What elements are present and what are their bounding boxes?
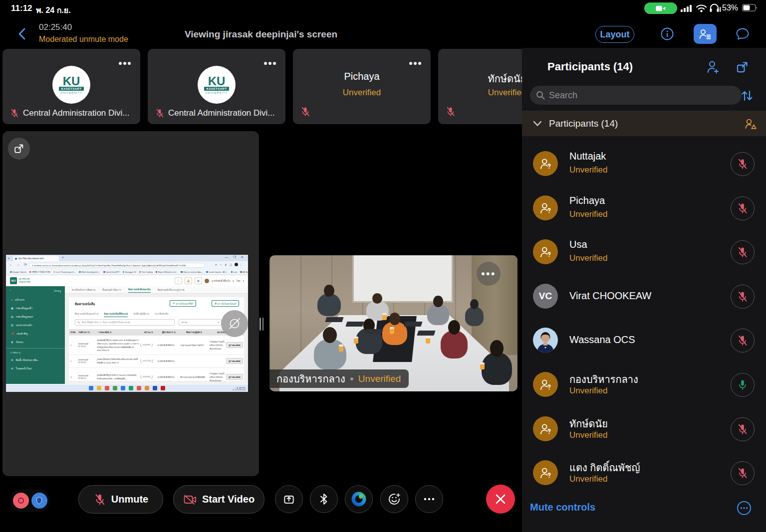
saraban-sidebar[interactable]: ‹ย่อเมนู⌂หน้าแรก▣กล่องข้อมูลเข้า▤กล่องข้… [6, 286, 65, 384]
bookmark-item[interactable]: Google Gemini [10, 271, 26, 273]
view-details-button[interactable]: ดูรายละเอียด [226, 342, 243, 348]
inner-tab[interactable]: ติดตามหนังสือ(ผมสร้าง) [75, 312, 98, 317]
taskbar-app-icon[interactable] [121, 386, 125, 390]
grid-mini-button[interactable]: ▦ [195, 277, 202, 284]
user-chip[interactable]: ⛶ 🔔 ▦ นายจิรศักดิ์ ดีปินใจ▾ ไทย▾ [175, 277, 244, 284]
sidebar-item[interactable]: 📌เล่มสำคัญ [6, 329, 65, 338]
browser-tab[interactable]: มหาวิทยาลัยเกษตรศาสตร์ [13, 256, 59, 261]
participants-section-header[interactable]: Participants (14) [522, 111, 766, 136]
taskbar-app-icon[interactable] [153, 386, 157, 390]
participant-mute-button-muted[interactable] [731, 152, 755, 176]
table-search-input[interactable]: 🔍ค้นหาชื่อผู้ดำเนินการ, ข้อความปฏิบัติ ห… [75, 319, 175, 326]
sidebar-item[interactable]: ⚙ติดตั้ง Shortcut เพิ่ม... [6, 355, 65, 364]
chat-icon[interactable] [736, 27, 750, 41]
layout-button[interactable]: Layout [595, 26, 634, 43]
video-thumbnail[interactable]: •••KUKASETSARTUNIVERSITYCentral Administ… [148, 49, 285, 124]
inner-tabs[interactable]: ติดตามหนังสือ(ผมสร้าง)ติดตามหนังสือ(ที่ค… [75, 312, 168, 317]
panel-resize-handle[interactable] [259, 318, 264, 332]
bookmark-item[interactable]: List | Thaiairways (L... [53, 271, 76, 273]
urlbar-icons[interactable]: ✦☆⬇❏⋮ [215, 263, 243, 266]
bookmark-item[interactable]: Web Development... [79, 271, 100, 273]
content-top-tab[interactable]: ทะเบียนรับ/การติดตาม [72, 288, 95, 292]
security-button[interactable] [31, 493, 47, 509]
webex-button[interactable] [345, 485, 373, 513]
participant-mute-button-unmuted[interactable] [731, 373, 755, 397]
annotate-button[interactable] [221, 310, 248, 337]
bookmark-item[interactable]: OpenChatGPT [103, 271, 120, 273]
participant-mute-button-muted[interactable] [731, 240, 755, 264]
leave-meeting-button[interactable] [486, 485, 515, 514]
participant-row[interactable]: ทักษ์ดนัยUnverified [522, 407, 766, 451]
window-controls[interactable]: — ❐ ✕ [225, 255, 246, 259]
inner-tab[interactable]: ประวัติหนังสือ [155, 312, 168, 317]
view-details-button[interactable]: ดูรายละเอียด [226, 374, 243, 380]
participant-mute-button-muted[interactable] [731, 461, 755, 485]
participants-toggle-button[interactable] [694, 24, 717, 44]
participant-mute-button-muted[interactable] [731, 417, 755, 441]
table-row[interactable]: 224/09/256811:10:19[ลงทะเบียนส่ง] สำดับเ… [69, 355, 244, 368]
sidebar-item[interactable]: ⌂หน้าแรก [6, 295, 65, 304]
url-field[interactable]: e-saraban-uat.ku.ac.th/saraban/content-s… [29, 263, 205, 268]
taskbar-app-icon[interactable] [113, 386, 117, 390]
taskbar-app-icon[interactable] [89, 386, 93, 390]
info-icon[interactable] [661, 27, 674, 40]
taskbar-app-icon[interactable] [137, 386, 141, 390]
room-video-tile[interactable]: ••• กองบริหารกลาง Unverified [269, 255, 517, 391]
unmute-button[interactable]: Unmute [78, 485, 163, 514]
content-top-tab[interactable]: ขั้นตอนดำเนินการ [102, 288, 121, 292]
content-top-tab[interactable]: ติดตามหนังสือของฉัน [128, 287, 151, 293]
bookmark-item[interactable]: บริษัท การ์เนีย จำกัด [29, 270, 50, 274]
participant-mute-button-muted[interactable] [731, 329, 755, 353]
taskbar-app-icon[interactable] [105, 386, 109, 390]
sidebar-item[interactable]: ▥เอกสารส่วนตัว [6, 321, 65, 329]
thumbnail-more-options-button[interactable]: ••• [260, 56, 280, 71]
mute-controls-button[interactable]: Mute controls [530, 502, 595, 513]
taskbar-app-icon[interactable] [97, 386, 101, 390]
bluetooth-button[interactable] [310, 485, 338, 513]
lang-select[interactable]: ไทย [237, 279, 241, 283]
participant-row[interactable]: NuttajakUnverified [522, 142, 766, 185]
inner-tab[interactable]: บันทึกปฏิบัติงาน [133, 312, 149, 317]
sidebar-collapse[interactable]: ‹ย่อเมนู [6, 286, 65, 295]
sidebar-item[interactable]: ▣กล่องข้อมูลเข้า [6, 304, 65, 312]
download-excel-button[interactable]: ▤ดาวน์โหลด Excel [212, 300, 239, 307]
video-more-options-button[interactable]: ••• [477, 262, 501, 286]
sort-icon[interactable] [740, 89, 754, 103]
participant-row[interactable]: แตง กิตติ์ณพัชญ์Unverified [522, 451, 766, 495]
taskbar-app-icon[interactable] [161, 386, 165, 390]
participant-row[interactable]: กองบริหารกลางUnverified [522, 362, 766, 406]
download-pdf-button[interactable]: ⬇ดาวน์โหลด PDF [170, 300, 196, 307]
taskbar-app-icon[interactable] [145, 386, 149, 390]
taskbar-app-icon[interactable] [129, 386, 133, 390]
share-button[interactable] [275, 485, 303, 513]
more-options-button[interactable] [415, 485, 443, 513]
sidebar-item[interactable]: 🗑ถังขยะ [6, 338, 65, 346]
content-top-tabs[interactable]: ทะเบียนรับ/การติดตามขั้นตอนดำเนินการติดต… [65, 286, 248, 294]
bookmark-item[interactable]: All Bookmarks [240, 271, 248, 273]
add-participant-icon[interactable] [706, 60, 721, 74]
record-button[interactable] [13, 493, 29, 509]
nav-buttons[interactable]: ← → ⟳ [9, 263, 28, 267]
sidebar-item[interactable]: ▤กล่องข้อมูลออก [6, 312, 65, 321]
content-top-tab[interactable]: ติดตามหนังสือแบบรูปภาพ [158, 288, 185, 292]
bookmark-item[interactable]: icon [231, 271, 238, 273]
video-thumbnail[interactable]: •••PichayaUnverified [293, 49, 431, 124]
mute-controls-more-icon[interactable] [737, 501, 752, 516]
bookmark-item[interactable]: Lorem Ipsum - All t... [206, 271, 228, 273]
windows-taskbar[interactable] [6, 384, 248, 392]
bookmarks-bar[interactable]: Google Geminiบริษัท การ์เนีย จำกัดList |… [6, 269, 248, 275]
thumbnail-more-options-button[interactable]: ••• [406, 56, 426, 71]
participant-row[interactable]: VCVirat CHOOKEAW [522, 274, 766, 318]
popout-panel-icon[interactable] [736, 60, 749, 74]
video-thumbnail[interactable]: •••KUKASETSARTUNIVERSITYCentral Administ… [2, 49, 140, 124]
sidebar-item[interactable]: ⚙โหลดหน้าใหม่ [6, 364, 65, 372]
inner-tab[interactable]: ติดตามหนังสือ(ที่ค้นเจอ) [104, 312, 128, 317]
fullscreen-mini-button[interactable]: ⛶ [175, 277, 182, 284]
reactions-button[interactable] [380, 485, 408, 513]
participant-mute-button-muted[interactable] [731, 196, 755, 220]
bookmark-item[interactable]: Test Coding [139, 271, 153, 273]
bookmark-item[interactable]: Nginx Whitelist cert... [156, 271, 178, 273]
new-tab-icon[interactable]: + [62, 256, 64, 259]
popout-share-button[interactable] [8, 138, 30, 160]
participant-row[interactable]: UsaUnverified [522, 230, 766, 274]
